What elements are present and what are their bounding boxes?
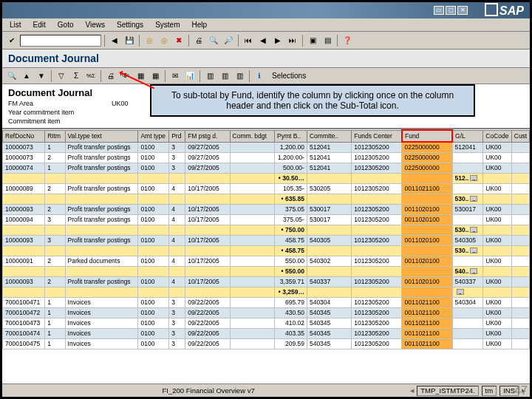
help-icon[interactable]: ❓ bbox=[341, 34, 354, 47]
back-icon[interactable]: ◀ bbox=[108, 34, 121, 47]
table-row[interactable]: 100000932Profit transfer postings0100410… bbox=[3, 276, 530, 287]
menu-list[interactable]: List bbox=[5, 20, 26, 30]
menu-edit[interactable]: Edit bbox=[29, 20, 50, 30]
details-icon[interactable]: 🔍 bbox=[5, 69, 18, 83]
cell bbox=[402, 225, 452, 235]
menu-goto[interactable]: Goto bbox=[53, 20, 78, 30]
cell: 550.00 bbox=[275, 256, 307, 266]
table-row[interactable]: 70001004731Invoices0100309/22/2005410.02… bbox=[3, 318, 530, 328]
data-grid[interactable]: RefDocNoRItmVal.type textAmt typePrdFM p… bbox=[2, 129, 530, 383]
cell: UK00 bbox=[483, 235, 511, 245]
table-row[interactable]: 70001004721Invoices0100309/22/2005430.50… bbox=[3, 307, 530, 318]
cell bbox=[511, 194, 529, 204]
selections-label: Selections bbox=[272, 72, 306, 80]
last-page-icon[interactable]: ⏭ bbox=[286, 34, 299, 47]
minimize-button[interactable]: ▭ bbox=[434, 6, 444, 15]
table-row[interactable]: 100000912Parked documents0100410/17/2005… bbox=[3, 256, 530, 266]
sort-desc-icon[interactable]: ▼ bbox=[35, 69, 48, 83]
new-session-icon[interactable]: ▣ bbox=[306, 34, 319, 47]
info-section: Document Journal FM AreaUK00Year commitm… bbox=[2, 84, 530, 129]
menu-system[interactable]: System bbox=[151, 20, 184, 30]
cell: 10/17/2005 bbox=[185, 256, 230, 266]
cell bbox=[185, 245, 230, 256]
cell bbox=[45, 225, 65, 235]
cell: Profit transfer postings bbox=[65, 235, 138, 245]
cell: 530.... bbox=[452, 194, 483, 204]
col-refdoc[interactable]: RefDocNo bbox=[3, 130, 45, 142]
table-row[interactable]: 100000933Profit transfer postings0100410… bbox=[3, 235, 530, 245]
col-commitem[interactable]: CommIte.. bbox=[307, 130, 351, 142]
cell: 10/17/2005 bbox=[185, 214, 230, 225]
excel-icon[interactable]: ▦ bbox=[149, 69, 162, 83]
menu-help[interactable]: Help bbox=[187, 20, 211, 30]
cell bbox=[65, 194, 138, 204]
col-commbdg[interactable]: Comm. bdgt bbox=[230, 130, 274, 142]
filter-icon[interactable]: ▽ bbox=[55, 69, 68, 83]
nav-left-icon[interactable]: ◀ bbox=[410, 388, 414, 394]
print-icon[interactable]: 🖨 bbox=[192, 34, 205, 47]
col-fmpstg[interactable]: FM pstg d. bbox=[185, 130, 230, 142]
menu-views[interactable]: Views bbox=[81, 20, 109, 30]
table-row[interactable]: 100000943Profit transfer postings0100410… bbox=[3, 214, 530, 225]
col-ritm[interactable]: RItm bbox=[45, 130, 65, 142]
col-valtype[interactable]: Val.type text bbox=[65, 130, 138, 142]
cell: 512.... bbox=[452, 173, 483, 183]
maximize-button[interactable]: ◻ bbox=[446, 6, 456, 15]
table-row[interactable]: 100000731Profit transfer postings0100309… bbox=[3, 142, 530, 152]
table-row[interactable]: 100000932Profit transfer postings0100410… bbox=[3, 204, 530, 214]
save-layout-icon[interactable]: ▥ bbox=[233, 69, 246, 83]
cancel-icon[interactable]: ◎ bbox=[157, 34, 171, 47]
table-row[interactable]: 70001004751Invoices0100309/22/2005209.59… bbox=[3, 338, 530, 349]
table-row[interactable]: 70001004711Invoices0100309/22/2005695.79… bbox=[3, 297, 530, 307]
table-row[interactable]: 70001004741Invoices0100309/22/2005403.35… bbox=[3, 328, 530, 338]
info-icon[interactable]: ℹ bbox=[253, 69, 266, 83]
cell: 540345 bbox=[307, 318, 351, 328]
subtotal-row: • 550.00540.... bbox=[3, 266, 530, 276]
col-cocode[interactable]: CoCode bbox=[483, 130, 511, 142]
cell bbox=[45, 173, 65, 183]
cell: 0100 bbox=[138, 152, 169, 163]
print-list-icon[interactable]: 🖨 bbox=[104, 69, 117, 83]
cell: UK00 bbox=[483, 297, 511, 307]
stop-icon[interactable]: ✖ bbox=[172, 34, 185, 47]
cell bbox=[185, 287, 230, 297]
exit-icon[interactable]: ◎ bbox=[143, 34, 156, 47]
next-page-icon[interactable]: ▶ bbox=[271, 34, 284, 47]
prev-page-icon[interactable]: ◀ bbox=[256, 34, 270, 47]
save-icon[interactable]: 💾 bbox=[123, 34, 136, 47]
cell: UK00 bbox=[483, 276, 511, 287]
change-layout-icon[interactable]: ▥ bbox=[218, 69, 231, 83]
table-row[interactable]: 100000732Profit transfer postings0100309… bbox=[3, 152, 530, 163]
cell bbox=[45, 266, 65, 276]
sort-asc-icon[interactable]: ▲ bbox=[20, 69, 33, 83]
find-next-icon[interactable]: 🔎 bbox=[222, 34, 235, 47]
first-page-icon[interactable]: ⏮ bbox=[242, 34, 255, 47]
command-input[interactable] bbox=[20, 35, 101, 47]
table-row[interactable]: 100000892Profit transfer postings0100410… bbox=[3, 183, 530, 194]
cell: UK00 bbox=[483, 183, 511, 194]
shortcut-icon[interactable]: ▤ bbox=[321, 34, 334, 47]
col-pymtb[interactable]: Pymt B.. bbox=[275, 130, 307, 142]
ok-icon[interactable]: ✔ bbox=[5, 34, 18, 47]
subtotal-icon[interactable]: %Σ bbox=[84, 69, 98, 83]
layout-icon[interactable]: ▥ bbox=[203, 69, 216, 83]
col-fund[interactable]: Fund bbox=[402, 130, 452, 142]
table-row[interactable]: 100000741Profit transfer postings0100309… bbox=[3, 163, 530, 173]
col-amttype[interactable]: Amt type bbox=[138, 130, 169, 142]
cell: Profit transfer postings bbox=[65, 214, 138, 225]
sum-icon[interactable]: Σ bbox=[69, 69, 83, 83]
graphic-icon[interactable]: 📊 bbox=[183, 69, 197, 83]
find-icon[interactable]: 🔍 bbox=[207, 34, 220, 47]
col-cust[interactable]: Cust bbox=[511, 130, 529, 142]
cell: UK00 bbox=[483, 338, 511, 349]
menu-settings[interactable]: Settings bbox=[112, 20, 148, 30]
mail-icon[interactable]: ✉ bbox=[168, 69, 182, 83]
close-button[interactable]: ✕ bbox=[457, 6, 468, 15]
col-fundscenter[interactable]: Funds Center bbox=[352, 130, 402, 142]
col-gl[interactable]: G/L bbox=[452, 130, 483, 142]
cell: UK00 bbox=[483, 204, 511, 214]
cell bbox=[3, 194, 45, 204]
col-prd[interactable]: Prd bbox=[169, 130, 185, 142]
cell: 540345 bbox=[307, 307, 351, 318]
cell bbox=[3, 266, 45, 276]
